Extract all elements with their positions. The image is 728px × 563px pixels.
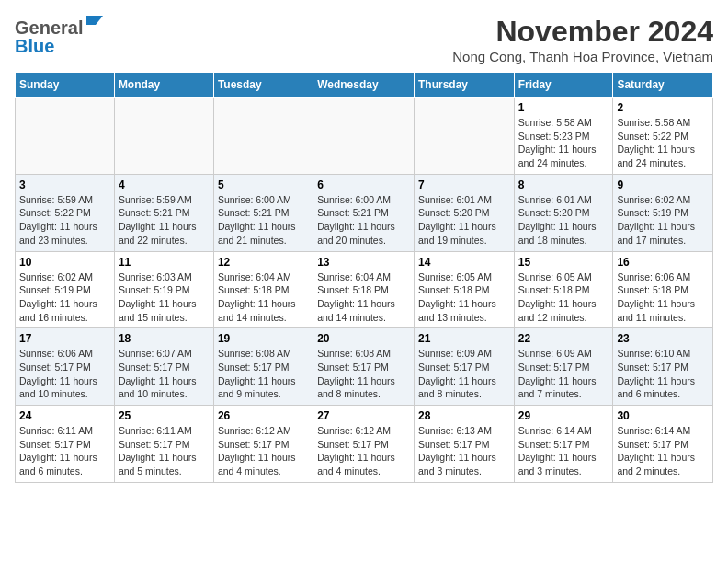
calendar-cell: 7Sunrise: 6:01 AMSunset: 5:20 PMDaylight… bbox=[414, 174, 514, 251]
day-info: Sunrise: 6:14 AMSunset: 5:17 PMDaylight:… bbox=[617, 424, 709, 478]
svg-marker-0 bbox=[86, 16, 103, 25]
day-info-label: Sunrise: bbox=[617, 194, 654, 205]
day-number: 10 bbox=[19, 256, 110, 269]
logo-general: General bbox=[15, 18, 83, 37]
day-info-label: Sunset: bbox=[617, 439, 653, 450]
day-info-label: Sunset: bbox=[418, 439, 454, 450]
day-number: 28 bbox=[418, 409, 510, 422]
day-number: 23 bbox=[617, 332, 709, 345]
day-info-value: 6:12 AM bbox=[256, 425, 291, 436]
day-info-label: Sunrise: bbox=[418, 271, 456, 282]
day-info-label: Sunrise: bbox=[19, 348, 57, 359]
day-info-value: 5:18 PM bbox=[553, 284, 589, 295]
day-info-label: Sunset: bbox=[119, 284, 154, 295]
day-info-label: Sunrise: bbox=[518, 194, 556, 205]
logo-blue: Blue bbox=[15, 37, 54, 55]
day-info-label: Sunrise: bbox=[518, 117, 556, 128]
day-info-label: Daylight: bbox=[218, 452, 258, 463]
day-info-label: Sunset: bbox=[418, 207, 454, 218]
day-info-value: 5:18 PM bbox=[353, 284, 389, 295]
calendar-week-row: 10Sunrise: 6:02 AMSunset: 5:19 PMDayligh… bbox=[16, 251, 713, 328]
day-info-label: Daylight: bbox=[518, 298, 559, 309]
day-info-label: Sunset: bbox=[317, 362, 353, 373]
day-info-label: Daylight: bbox=[317, 452, 358, 463]
calendar-week-row: 3Sunrise: 5:59 AMSunset: 5:22 PMDaylight… bbox=[16, 174, 713, 251]
day-info-label: Sunrise: bbox=[518, 348, 556, 359]
weekday-header-friday: Friday bbox=[514, 73, 613, 98]
day-info-label: Sunrise: bbox=[418, 425, 456, 436]
day-info: Sunrise: 6:03 AMSunset: 5:19 PMDaylight:… bbox=[119, 270, 210, 325]
day-number: 2 bbox=[617, 101, 709, 114]
day-info-value: 6:00 AM bbox=[356, 194, 392, 205]
day-info-label: Daylight: bbox=[19, 452, 60, 463]
day-info: Sunrise: 6:06 AMSunset: 5:17 PMDaylight:… bbox=[19, 347, 110, 401]
day-info-value: 5:19 PM bbox=[55, 284, 91, 295]
day-info: Sunrise: 6:06 AMSunset: 5:18 PMDaylight:… bbox=[617, 270, 709, 325]
day-info-label: Daylight: bbox=[518, 221, 559, 232]
day-info-label: Daylight: bbox=[617, 452, 657, 463]
day-info-value: 5:17 PM bbox=[553, 439, 589, 450]
day-info-label: Daylight: bbox=[518, 375, 559, 386]
day-info-value: 5:20 PM bbox=[454, 207, 490, 218]
day-info: Sunrise: 6:12 AMSunset: 5:17 PMDaylight:… bbox=[218, 424, 309, 478]
day-info-value: 6:06 AM bbox=[655, 271, 691, 282]
day-info-label: Sunrise: bbox=[317, 271, 355, 282]
day-info-label: Sunset: bbox=[518, 284, 554, 295]
day-info-value: 5:17 PM bbox=[454, 362, 490, 373]
day-info-label: Daylight: bbox=[119, 375, 159, 386]
day-info-label: Sunset: bbox=[19, 439, 55, 450]
calendar-cell: 10Sunrise: 6:02 AMSunset: 5:19 PMDayligh… bbox=[16, 251, 115, 328]
day-info-value: 5:17 PM bbox=[353, 362, 389, 373]
calendar-cell: 24Sunrise: 6:11 AMSunset: 5:17 PMDayligh… bbox=[16, 406, 115, 483]
day-info-label: Sunrise: bbox=[218, 194, 256, 205]
day-info-label: Daylight: bbox=[617, 144, 657, 155]
day-info-label: Daylight: bbox=[19, 298, 60, 309]
calendar-week-row: 17Sunrise: 6:06 AMSunset: 5:17 PMDayligh… bbox=[16, 328, 713, 406]
day-info-label: Sunset: bbox=[518, 439, 554, 450]
calendar-cell bbox=[414, 98, 514, 175]
day-info: Sunrise: 6:04 AMSunset: 5:18 PMDaylight:… bbox=[317, 270, 410, 325]
day-info: Sunrise: 6:14 AMSunset: 5:17 PMDaylight:… bbox=[518, 424, 609, 478]
day-info: Sunrise: 5:59 AMSunset: 5:21 PMDaylight:… bbox=[119, 193, 210, 247]
day-info-label: Daylight: bbox=[418, 375, 459, 386]
day-info-label: Sunrise: bbox=[218, 271, 256, 282]
day-info-label: Sunset: bbox=[317, 284, 353, 295]
day-info-label: Sunrise: bbox=[19, 425, 57, 436]
calendar-cell: 4Sunrise: 5:59 AMSunset: 5:21 PMDaylight… bbox=[114, 174, 213, 251]
day-info-label: Sunset: bbox=[617, 207, 653, 218]
day-info-value: 6:08 AM bbox=[256, 348, 291, 359]
day-number: 22 bbox=[518, 332, 609, 345]
day-info: Sunrise: 6:05 AMSunset: 5:18 PMDaylight:… bbox=[518, 270, 609, 325]
day-info-value: 5:17 PM bbox=[55, 362, 91, 373]
day-info-label: Daylight: bbox=[317, 221, 358, 232]
weekday-header-monday: Monday bbox=[114, 73, 213, 98]
calendar-cell: 14Sunrise: 6:05 AMSunset: 5:18 PMDayligh… bbox=[414, 251, 514, 328]
day-info-label: Sunset: bbox=[518, 362, 554, 373]
day-info: Sunrise: 6:04 AMSunset: 5:18 PMDaylight:… bbox=[218, 270, 309, 325]
day-number: 5 bbox=[218, 178, 309, 191]
day-info-value: 6:02 AM bbox=[57, 271, 93, 282]
day-info-value: 6:11 AM bbox=[57, 425, 93, 436]
day-number: 3 bbox=[19, 178, 110, 191]
day-info: Sunrise: 6:11 AMSunset: 5:17 PMDaylight:… bbox=[19, 424, 110, 478]
day-info: Sunrise: 6:12 AMSunset: 5:17 PMDaylight:… bbox=[317, 424, 410, 478]
day-info-value: 6:02 AM bbox=[655, 194, 691, 205]
calendar-table: SundayMondayTuesdayWednesdayThursdayFrid… bbox=[15, 72, 713, 483]
day-info-value: 6:04 AM bbox=[256, 271, 291, 282]
day-info-value: 5:17 PM bbox=[253, 362, 289, 373]
day-number: 15 bbox=[518, 256, 609, 269]
day-info-value: 6:09 AM bbox=[456, 348, 492, 359]
day-info-value: 5:17 PM bbox=[353, 439, 389, 450]
day-info-label: Sunrise: bbox=[617, 348, 654, 359]
day-number: 7 bbox=[418, 178, 510, 191]
logo-flag-icon bbox=[85, 14, 105, 34]
day-info: Sunrise: 6:01 AMSunset: 5:20 PMDaylight:… bbox=[518, 193, 609, 247]
calendar-cell bbox=[313, 98, 415, 175]
day-info-label: Daylight: bbox=[119, 298, 159, 309]
calendar-cell: 9Sunrise: 6:02 AMSunset: 5:19 PMDaylight… bbox=[613, 174, 713, 251]
day-number: 19 bbox=[218, 332, 309, 345]
weekday-header-sunday: Sunday bbox=[16, 73, 115, 98]
day-info-value: 5:17 PM bbox=[454, 439, 490, 450]
calendar-cell: 20Sunrise: 6:08 AMSunset: 5:17 PMDayligh… bbox=[313, 328, 415, 406]
day-info-label: Sunset: bbox=[218, 207, 254, 218]
